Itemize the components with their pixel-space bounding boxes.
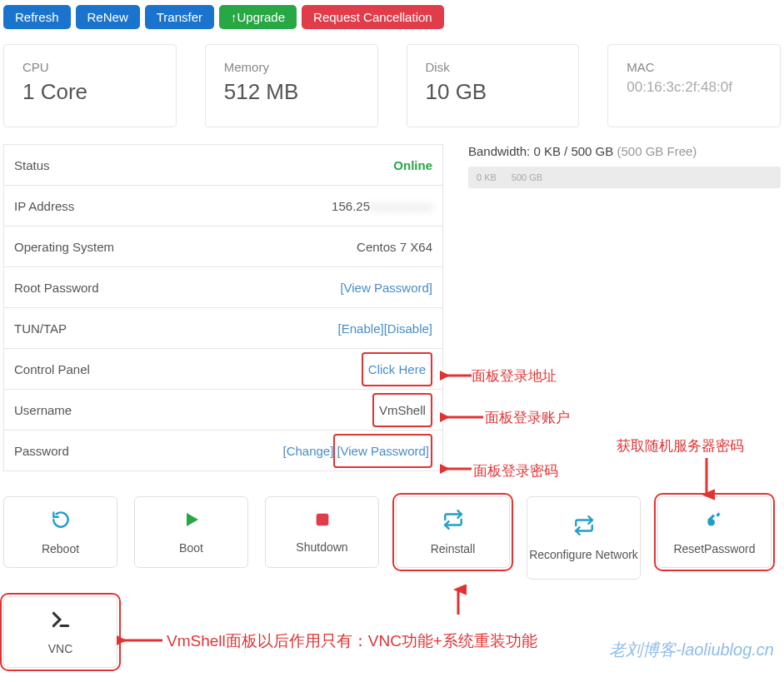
status-label: Status bbox=[14, 158, 50, 172]
tuntap-row: TUN/TAP [Enable][Disable] bbox=[3, 307, 443, 349]
disk-title: Disk bbox=[426, 60, 561, 74]
tuntap-enable-link[interactable]: [Enable] bbox=[338, 321, 384, 336]
password-label: Password bbox=[14, 444, 69, 458]
top-action-bar: Refresh ReNew Transfer ↑Upgrade Request … bbox=[0, 0, 784, 34]
reinstall-button[interactable]: Reinstall bbox=[396, 496, 510, 568]
disk-value: 10 GB bbox=[426, 79, 561, 105]
key-icon bbox=[704, 509, 726, 534]
os-label: Operating System bbox=[14, 240, 114, 254]
rootpw-view-link[interactable]: [View Password] bbox=[340, 281, 432, 295]
cpu-title: CPU bbox=[22, 60, 157, 74]
renew-button[interactable]: ReNew bbox=[76, 5, 140, 29]
mac-title: MAC bbox=[627, 60, 762, 74]
memory-title: Memory bbox=[224, 60, 359, 74]
reboot-button[interactable]: Reboot bbox=[3, 496, 117, 568]
bandwidth-column: Bandwidth: 0 KB / 500 GB (500 GB Free) 0… bbox=[468, 144, 781, 188]
rootpw-label: Root Password bbox=[14, 281, 99, 295]
tuntap-disable-link[interactable]: [Disable] bbox=[384, 321, 432, 336]
username-row: Username VmShell bbox=[3, 389, 443, 431]
boot-button[interactable]: Boot bbox=[134, 496, 248, 568]
network-icon bbox=[573, 515, 595, 540]
shutdown-label: Shutdown bbox=[296, 540, 347, 554]
boot-label: Boot bbox=[179, 541, 203, 555]
bandwidth-mark-a: 0 KB bbox=[477, 172, 497, 182]
cpu-value: 1 Core bbox=[22, 79, 157, 105]
vnc-button[interactable]: VNC bbox=[3, 596, 117, 668]
memory-value: 512 MB bbox=[224, 79, 359, 105]
panel-link[interactable]: Click Here bbox=[362, 352, 432, 386]
ip-label: IP Address bbox=[14, 199, 74, 213]
upgrade-button[interactable]: ↑Upgrade bbox=[219, 5, 297, 29]
info-table: Status Online IP Address 156.25xxxxxxxxx… bbox=[3, 144, 443, 471]
resetpw-label: ResetPassword bbox=[673, 542, 755, 555]
stop-icon bbox=[313, 510, 332, 532]
bandwidth-bar: 0 KB 500 GB bbox=[468, 167, 781, 188]
username-value: VmShell bbox=[372, 393, 432, 427]
reconfig-label: Reconfigure Network bbox=[529, 548, 638, 561]
mac-value: 00:16:3c:2f:48:0f bbox=[627, 79, 762, 96]
rootpw-row: Root Password [View Password] bbox=[3, 266, 443, 308]
ip-row: IP Address 156.25xxxxxxxxxx bbox=[3, 185, 443, 227]
bandwidth-mark-b: 500 GB bbox=[512, 172, 542, 182]
os-row: Operating System Centos 7 X64 bbox=[3, 226, 443, 267]
status-row: Status Online bbox=[3, 144, 443, 186]
mac-card: MAC 00:16:3c:2f:48:0f bbox=[607, 44, 781, 127]
svg-rect-3 bbox=[716, 512, 720, 516]
vnc-label: VNC bbox=[48, 642, 73, 655]
memory-card: Memory 512 MB bbox=[205, 44, 378, 127]
action-grid: Reboot Boot Shutdown Reinstall Reconfigu… bbox=[0, 471, 784, 676]
panel-row: Control Panel Click Here bbox=[3, 348, 443, 390]
tuntap-label: TUN/TAP bbox=[14, 321, 67, 336]
disk-card: Disk 10 GB bbox=[407, 44, 580, 127]
main-row: Status Online IP Address 156.25xxxxxxxxx… bbox=[0, 144, 784, 471]
password-view-link[interactable]: [View Password] bbox=[333, 434, 432, 468]
transfer-button[interactable]: Transfer bbox=[145, 5, 214, 29]
terminal-icon bbox=[50, 609, 72, 634]
os-value: Centos 7 X64 bbox=[357, 240, 432, 254]
status-value: Online bbox=[393, 158, 432, 172]
panel-label: Control Panel bbox=[14, 362, 90, 376]
play-icon bbox=[182, 510, 202, 533]
cpu-card: CPU 1 Core bbox=[3, 44, 177, 127]
stats-row: CPU 1 Core Memory 512 MB Disk 10 GB MAC … bbox=[0, 34, 784, 144]
resetpw-button[interactable]: ResetPassword bbox=[657, 496, 772, 568]
arrow-up-icon: ↑ bbox=[231, 10, 237, 24]
reconfig-button[interactable]: Reconfigure Network bbox=[527, 496, 641, 580]
refresh-button[interactable]: Refresh bbox=[3, 5, 71, 29]
reinstall-icon bbox=[442, 509, 464, 534]
cancel-button[interactable]: Request Cancellation bbox=[302, 5, 444, 29]
svg-rect-0 bbox=[316, 514, 328, 526]
password-row: Password [Change][View Password] bbox=[3, 430, 443, 471]
reboot-icon bbox=[50, 509, 72, 534]
bandwidth-text: Bandwidth: 0 KB / 500 GB (500 GB Free) bbox=[468, 144, 781, 158]
reinstall-label: Reinstall bbox=[431, 542, 476, 555]
bandwidth-free: (500 GB Free) bbox=[617, 144, 697, 158]
reboot-label: Reboot bbox=[42, 542, 79, 555]
ip-value: 156.25xxxxxxxxxx bbox=[332, 199, 432, 213]
shutdown-button[interactable]: Shutdown bbox=[265, 496, 379, 568]
password-change-link[interactable]: [Change] bbox=[283, 444, 334, 458]
username-label: Username bbox=[14, 403, 72, 417]
